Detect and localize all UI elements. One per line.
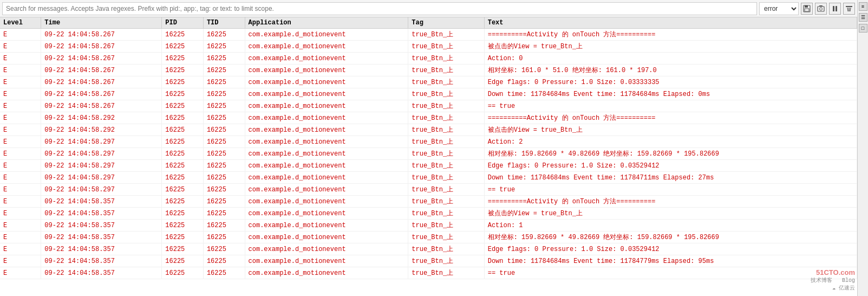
table-row[interactable]: E09-22 14:04:58.2671622516225com.example… bbox=[0, 88, 857, 100]
cell-time: 09-22 14:04:58.357 bbox=[41, 196, 162, 208]
screenshot-button[interactable] bbox=[815, 3, 827, 15]
cell-tag: true_Btn_上 bbox=[408, 53, 484, 65]
cell-app: com.example.d_motionevent bbox=[245, 231, 408, 243]
cell-tag: true_Btn_上 bbox=[408, 136, 484, 148]
cell-tid: 16225 bbox=[203, 148, 245, 160]
cell-time: 09-22 14:04:58.357 bbox=[41, 231, 162, 243]
cell-tag: true_Btn_上 bbox=[408, 124, 484, 136]
cell-tag: true_Btn_上 bbox=[408, 208, 484, 220]
table-row[interactable]: E09-22 14:04:58.2921622516225com.example… bbox=[0, 124, 857, 136]
cell-app: com.example.d_motionevent bbox=[245, 41, 408, 53]
cell-level: E bbox=[0, 243, 41, 255]
cell-text: Down time: 11784684ms Event time: 117847… bbox=[484, 255, 857, 267]
cell-level: E bbox=[0, 148, 41, 160]
cell-tid: 16225 bbox=[203, 112, 245, 124]
table-row[interactable]: E09-22 14:04:58.2671622516225com.example… bbox=[0, 41, 857, 53]
cell-tid: 16225 bbox=[203, 29, 245, 41]
table-row[interactable]: E09-22 14:04:58.3571622516225com.example… bbox=[0, 255, 857, 267]
save-button[interactable] bbox=[801, 3, 813, 15]
cell-text: 被点击的View = true_Btn_上 bbox=[484, 41, 857, 53]
cell-tid: 16225 bbox=[203, 243, 245, 255]
table-row[interactable]: E09-22 14:04:58.2671622516225com.example… bbox=[0, 29, 857, 41]
table-row[interactable]: E09-22 14:04:58.3571622516225com.example… bbox=[0, 220, 857, 231]
cell-app: com.example.d_motionevent bbox=[245, 160, 408, 172]
svg-rect-7 bbox=[836, 6, 837, 11]
table-row[interactable]: E09-22 14:04:58.2971622516225com.example… bbox=[0, 184, 857, 196]
cell-tag: true_Btn_上 bbox=[408, 231, 484, 243]
cell-level: E bbox=[0, 172, 41, 184]
table-row[interactable]: E09-22 14:04:58.3571622516225com.example… bbox=[0, 231, 857, 243]
pause-button[interactable] bbox=[829, 3, 841, 15]
cell-app: com.example.d_motionevent bbox=[245, 208, 408, 220]
cell-tid: 16225 bbox=[203, 53, 245, 65]
cell-level: E bbox=[0, 231, 41, 243]
cell-app: com.example.d_motionevent bbox=[245, 255, 408, 267]
table-row[interactable]: E09-22 14:04:58.2971622516225com.example… bbox=[0, 136, 857, 148]
sidebar-btn-1[interactable]: ≡ bbox=[859, 2, 867, 11]
cell-time: 09-22 14:04:58.267 bbox=[41, 53, 162, 65]
table-row[interactable]: E09-22 14:04:58.3571622516225com.example… bbox=[0, 243, 857, 255]
svg-point-4 bbox=[820, 8, 823, 10]
cell-tag: true_Btn_上 bbox=[408, 184, 484, 196]
cell-text: == true bbox=[484, 100, 857, 112]
cell-pid: 16225 bbox=[162, 41, 204, 53]
cell-app: com.example.d_motionevent bbox=[245, 148, 408, 160]
cell-tid: 16225 bbox=[203, 267, 245, 279]
table-row[interactable]: E09-22 14:04:58.2971622516225com.example… bbox=[0, 160, 857, 172]
cell-tid: 16225 bbox=[203, 41, 245, 53]
cell-text: 相对坐标: 159.82669 * 49.82669 绝对坐标: 159.826… bbox=[484, 148, 857, 160]
cell-time: 09-22 14:04:58.357 bbox=[41, 255, 162, 267]
cell-level: E bbox=[0, 65, 41, 76]
cell-time: 09-22 14:04:58.267 bbox=[41, 65, 162, 76]
table-row[interactable]: E09-22 14:04:58.2921622516225com.example… bbox=[0, 112, 857, 124]
cell-time: 09-22 14:04:58.297 bbox=[41, 148, 162, 160]
table-row[interactable]: E09-22 14:04:58.2971622516225com.example… bbox=[0, 172, 857, 184]
cell-app: com.example.d_motionevent bbox=[245, 136, 408, 148]
table-row[interactable]: E09-22 14:04:58.2671622516225com.example… bbox=[0, 76, 857, 88]
cell-text: ==========Activity 的 onTouch 方法=========… bbox=[484, 196, 857, 208]
cell-pid: 16225 bbox=[162, 184, 204, 196]
table-row[interactable]: E09-22 14:04:58.2971622516225com.example… bbox=[0, 148, 857, 160]
cell-tid: 16225 bbox=[203, 231, 245, 243]
svg-rect-1 bbox=[805, 5, 808, 8]
cell-time: 09-22 14:04:58.357 bbox=[41, 243, 162, 255]
cell-pid: 16225 bbox=[162, 172, 204, 184]
cell-text: 相对坐标: 159.82669 * 49.82669 绝对坐标: 159.826… bbox=[484, 231, 857, 243]
cell-tag: true_Btn_上 bbox=[408, 267, 484, 279]
cell-tid: 16225 bbox=[203, 196, 245, 208]
cell-tag: true_Btn_上 bbox=[408, 172, 484, 184]
cell-app: com.example.d_motionevent bbox=[245, 29, 408, 41]
cell-text: 被点击的View = true_Btn_上 bbox=[484, 124, 857, 136]
table-row[interactable]: E09-22 14:04:58.2671622516225com.example… bbox=[0, 65, 857, 76]
table-row[interactable]: E09-22 14:04:58.2671622516225com.example… bbox=[0, 53, 857, 65]
cell-text: Action: 1 bbox=[484, 220, 857, 231]
table-row[interactable]: E09-22 14:04:58.3571622516225com.example… bbox=[0, 208, 857, 220]
cell-time: 09-22 14:04:58.297 bbox=[41, 184, 162, 196]
cell-level: E bbox=[0, 267, 41, 279]
cell-pid: 16225 bbox=[162, 65, 204, 76]
cell-time: 09-22 14:04:58.267 bbox=[41, 100, 162, 112]
cell-tag: true_Btn_上 bbox=[408, 76, 484, 88]
cell-pid: 16225 bbox=[162, 29, 204, 41]
sidebar-btn-3[interactable]: □ bbox=[859, 24, 867, 33]
cell-level: E bbox=[0, 41, 41, 53]
table-row[interactable]: E09-22 14:04:58.3571622516225com.example… bbox=[0, 267, 857, 279]
cell-text: Action: 2 bbox=[484, 136, 857, 148]
toolbar: verbose debug info warn error assert bbox=[0, 0, 857, 17]
col-tid: TID bbox=[203, 17, 245, 29]
cell-app: com.example.d_motionevent bbox=[245, 267, 408, 279]
level-dropdown[interactable]: verbose debug info warn error assert bbox=[759, 2, 799, 15]
table-row[interactable]: E09-22 14:04:58.2671622516225com.example… bbox=[0, 100, 857, 112]
svg-rect-2 bbox=[805, 9, 809, 11]
cell-time: 09-22 14:04:58.267 bbox=[41, 76, 162, 88]
cell-tag: true_Btn_上 bbox=[408, 100, 484, 112]
table-row[interactable]: E09-22 14:04:58.3571622516225com.example… bbox=[0, 196, 857, 208]
col-text: Text bbox=[484, 17, 857, 29]
cell-level: E bbox=[0, 255, 41, 267]
log-table-wrapper[interactable]: Level Time PID TID Application Tag Text … bbox=[0, 17, 857, 296]
sidebar-btn-2[interactable]: ☰ bbox=[859, 13, 867, 22]
clear-button[interactable] bbox=[843, 3, 855, 15]
search-input[interactable] bbox=[2, 2, 757, 15]
cell-tid: 16225 bbox=[203, 100, 245, 112]
cell-tid: 16225 bbox=[203, 65, 245, 76]
